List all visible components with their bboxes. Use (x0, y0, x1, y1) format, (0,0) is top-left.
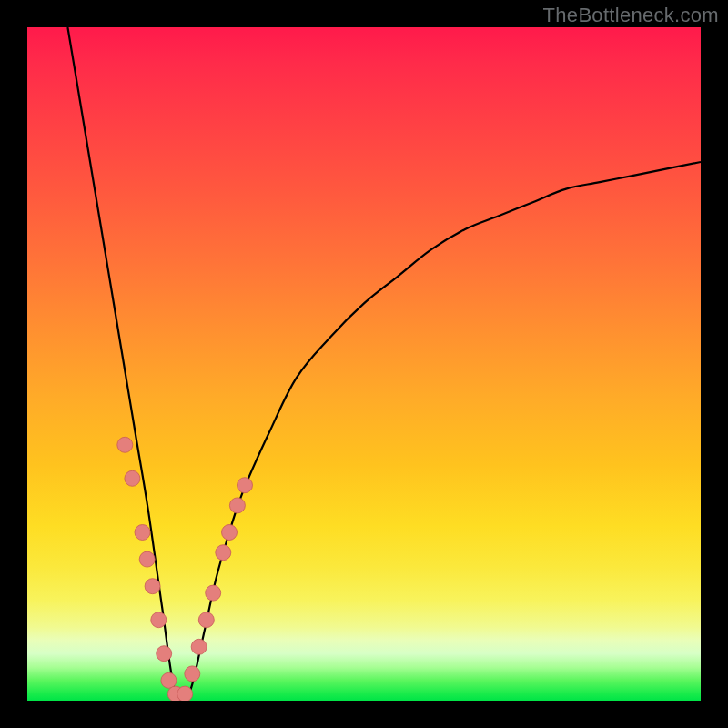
watermark-text: TheBottleneck.com (543, 4, 719, 27)
chart-frame: TheBottleneck.com (0, 0, 728, 728)
sample-dot (185, 666, 200, 682)
sample-dot (216, 545, 231, 561)
sample-dot (222, 525, 238, 541)
sample-dot (117, 437, 133, 452)
sample-dot (238, 478, 253, 493)
bottleneck-curve (67, 27, 701, 701)
curve-svg (27, 27, 701, 701)
sample-dot (135, 525, 150, 541)
sample-dot (198, 612, 214, 628)
sample-dots (117, 437, 253, 701)
sample-dot (139, 551, 155, 567)
sample-dot (151, 612, 167, 628)
sample-dot (177, 686, 193, 701)
sample-dot (145, 579, 160, 594)
sample-dot (206, 585, 221, 601)
plot-area (27, 27, 701, 701)
sample-dot (125, 470, 140, 486)
sample-dot (191, 639, 207, 654)
sample-dot (157, 646, 172, 662)
sample-dot (229, 498, 245, 513)
sample-dot (161, 672, 177, 688)
